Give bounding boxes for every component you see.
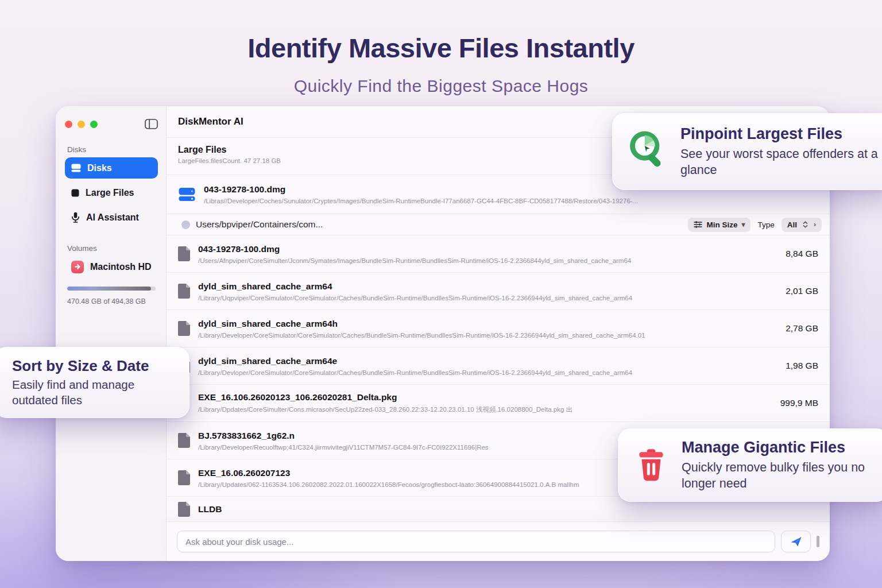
disk-usage-bar (67, 287, 156, 291)
type-filter-value: All (787, 220, 797, 229)
microphone-icon (71, 212, 80, 223)
volume-icon (71, 261, 84, 273)
sidebar-item-label: Large Files (86, 188, 134, 198)
callout-text: Manage Gigantic Files Quickly remove bul… (682, 439, 875, 492)
filter-controls: Min Size ▾ Type All › (688, 218, 822, 232)
scroll-indicator[interactable] (817, 536, 819, 547)
file-row[interactable]: EXE_16.106.26020123_106.26020281_Delta.p… (167, 385, 830, 422)
sidebar-item-large-files[interactable]: Large Files (65, 182, 158, 203)
ai-chat-bar (167, 522, 830, 561)
file-row[interactable]: dyld_sim_shared_cache_arm64e /Library/De… (167, 347, 830, 385)
callout-title: Pinpoint Largest Files (680, 125, 881, 143)
minimize-window-button[interactable] (78, 121, 85, 128)
sliders-icon (694, 221, 702, 228)
send-button[interactable] (781, 531, 811, 552)
filter-row: Users/bpviper/Containers/com... Min Size… (167, 214, 830, 235)
document-icon (178, 246, 190, 261)
document-icon (178, 284, 190, 299)
disk-image-icon (178, 187, 196, 202)
file-path: /Libras//Developer/Coches/Sunulator/Cryp… (204, 198, 638, 204)
square-icon (71, 189, 79, 197)
file-meta: dyld_sim_shared_cache_arm64e /Library/De… (198, 356, 771, 376)
callout-body: Easily find and manage outdated files (12, 377, 181, 408)
callout-pinpoint-card: Pinpoint Largest Files See your worst sp… (612, 113, 882, 190)
document-icon (178, 433, 190, 448)
file-path: /Library/Developer/CoreSimulator/CoreSim… (198, 332, 771, 339)
callout-title: Sort by Size & Date (12, 357, 149, 375)
file-name: 043-19278-100.dmg (204, 184, 638, 195)
chevron-down-icon: ▾ (741, 220, 745, 229)
disk-usage-fill (67, 287, 151, 291)
file-name: dyld_sim_shared_cache_arm64e (198, 356, 771, 366)
chevron-right-icon: › (814, 220, 816, 229)
file-name: dyld_sim_shared_cache_arm64h (198, 319, 771, 329)
file-path: /Users/Afnpviper/CoreSimulter/Jconm/Syma… (198, 257, 771, 264)
file-size: 999,9 MB (773, 398, 818, 408)
document-icon (178, 470, 190, 485)
file-size: 1,98 GB (779, 361, 818, 371)
hero: Identify Massive Files Instantly Quickly… (0, 32, 882, 96)
disk-usage-text: 470.48 GB of 494,38 GB (67, 297, 156, 305)
callout-title: Manage Gigantic Files (682, 439, 875, 457)
breadcrumb[interactable]: Users/bpviper/Containers/com... (196, 219, 323, 230)
folder-bullet-icon (181, 220, 190, 229)
sidebar-item-macintosh-hd[interactable]: Macintosh HD (65, 256, 158, 277)
trash-icon (632, 446, 670, 484)
sidebar-item-disks[interactable]: Disks (65, 157, 158, 179)
page-subtitle: Quickly Find the Biggest Space Hogs (0, 76, 882, 96)
file-size: 8,84 GB (779, 249, 818, 259)
zoom-window-button[interactable] (90, 121, 98, 128)
volume-name: Macintosh HD (90, 262, 152, 272)
file-path: /Library/Dpdates/CoreSimulter/Cons.micra… (198, 405, 765, 414)
callout-body: Quickly remove bulky files you no longer… (682, 460, 875, 492)
callout-sort-card: Sort by Size & Date Easily find and mana… (0, 347, 189, 418)
paper-plane-icon (790, 536, 802, 547)
file-size: 2,01 GB (779, 286, 818, 296)
sidebar-section-label: Disks (67, 145, 156, 154)
file-path: /Library/Devloper/CoreSimulator/CoreSimu… (198, 369, 771, 376)
sidebar: Disks Disks Large Files AI Assistant Vol… (56, 106, 167, 561)
magnifier-chart-icon (625, 129, 671, 175)
callout-manage-card: Manage Gigantic Files Quickly remove bul… (618, 428, 882, 502)
document-icon (178, 502, 190, 517)
close-window-button[interactable] (65, 121, 72, 128)
file-meta: LLDB (198, 504, 818, 514)
min-size-filter-button[interactable]: Min Size ▾ (688, 218, 751, 232)
sidebar-item-ai-assistant[interactable]: AI Assistant (65, 207, 158, 228)
callout-body: See your worst space offenders at a glan… (680, 146, 881, 179)
file-row[interactable]: dyld_sim_shared_cache_arm64h /Library/De… (167, 310, 830, 347)
file-name: LLDB (198, 504, 818, 514)
file-meta: dyld_sim_shared_cache_arm64h /Library/De… (198, 319, 771, 339)
featured-file-meta: 043-19278-100.dmg /Libras//Developer/Coc… (204, 184, 638, 204)
file-meta: dyld_sim_shared_cache_arm64 /Library/Uqp… (198, 281, 771, 301)
document-icon (178, 321, 190, 336)
volumes-section-label: Volumes (67, 244, 156, 253)
file-path: /Library/Uqpviper/CoreSimulator/CoreSimu… (198, 295, 771, 301)
page-title: Identify Massive Files Instantly (0, 32, 882, 64)
file-row[interactable]: dyld_sim_shared_cache_arm64 /Library/Uqp… (167, 273, 830, 310)
sidebar-item-label: AI Assistant (86, 212, 139, 223)
ai-chat-input[interactable] (177, 531, 775, 552)
file-name: dyld_sim_shared_cache_arm64 (198, 281, 771, 292)
file-size: 2,78 GB (779, 323, 818, 334)
callout-text: Pinpoint Largest Files See your worst sp… (680, 125, 881, 179)
type-filter-label: Type (757, 220, 774, 229)
min-size-label: Min Size (706, 220, 737, 229)
drive-icon (71, 164, 81, 172)
window-controls (65, 119, 158, 129)
select-arrows-icon (803, 221, 808, 228)
file-meta: 043-19278-100.dmg /Users/Afnpviper/CoreS… (198, 244, 771, 264)
sidebar-item-label: Disks (87, 163, 112, 173)
file-row[interactable]: 043-19278-100.dmg /Users/Afnpviper/CoreS… (167, 235, 830, 273)
file-name: EXE_16.106.26020123_106.26020281_Delta.p… (198, 392, 765, 403)
file-name: 043-19278-100.dmg (198, 244, 771, 254)
sidebar-toggle-icon[interactable] (145, 119, 158, 129)
type-filter-select[interactable]: All › (782, 218, 822, 232)
file-meta: EXE_16.106.26020123_106.26020281_Delta.p… (198, 392, 765, 414)
